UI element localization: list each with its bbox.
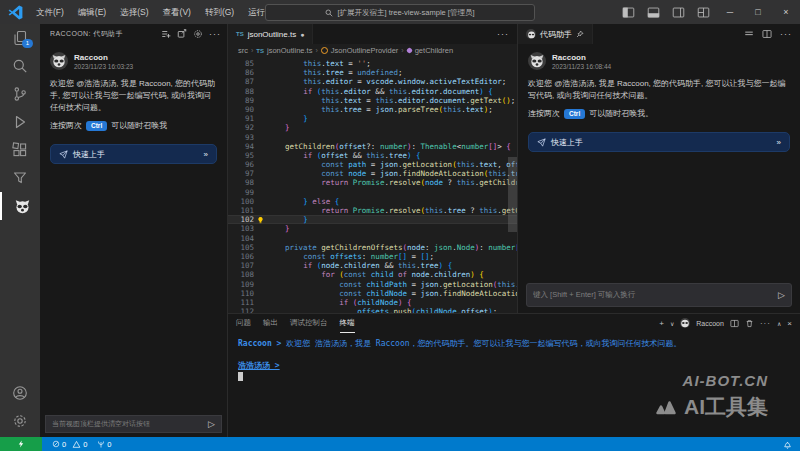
- terminal-dropdown-icon[interactable]: ∨: [670, 320, 674, 327]
- tab-code-assistant[interactable]: 代码助手: [518, 24, 593, 44]
- code-text[interactable]: return Promise.resolve(this.tree ? this.…: [267, 206, 517, 215]
- code-text[interactable]: if (offset && this.tree) {: [267, 151, 517, 160]
- code-text[interactable]: const node = json.findNodeAtLocation(thi…: [267, 169, 517, 178]
- menu-item-1[interactable]: 编辑(E): [71, 0, 113, 24]
- code-text[interactable]: this.text = '';: [267, 59, 517, 68]
- extensions-icon[interactable]: [0, 136, 40, 164]
- panel-menu-icon[interactable]: [744, 29, 754, 39]
- close-button[interactable]: ×: [772, 0, 800, 24]
- quickstart-button[interactable]: 快速上手 »: [528, 132, 790, 152]
- source-control-icon[interactable]: [0, 80, 40, 108]
- lightbulb-icon[interactable]: [254, 215, 267, 224]
- remote-indicator[interactable]: [0, 437, 42, 451]
- new-terminal-icon[interactable]: +: [659, 319, 664, 328]
- command-center[interactable]: [扩展开发宿主] tree-view-sample [管理员]: [265, 4, 535, 21]
- code-text[interactable]: [267, 188, 517, 197]
- toggle-panel-icon[interactable]: [647, 6, 660, 19]
- panel-more-actions-icon[interactable]: ···: [780, 29, 792, 39]
- gutter-decoration: [254, 298, 267, 307]
- split-terminal-icon[interactable]: [730, 319, 739, 328]
- account-icon[interactable]: [0, 379, 40, 407]
- menu-item-3[interactable]: 查看(V): [156, 0, 198, 24]
- code-text[interactable]: if (node.children && this.tree) {: [267, 261, 517, 270]
- pin-icon[interactable]: [576, 30, 584, 38]
- split-editor-icon[interactable]: [762, 29, 772, 39]
- code-text[interactable]: }: [267, 123, 517, 132]
- sidebar-chat-input[interactable]: 当前视图顶栏提供清空对话按钮 ▷: [45, 415, 222, 433]
- gutter-decoration: [254, 96, 267, 105]
- panel-more-actions-icon[interactable]: ···: [760, 319, 771, 328]
- code-text[interactable]: if (childNode) {: [267, 298, 517, 307]
- ai-toolset-logo-icon: [654, 398, 678, 416]
- search-view-icon[interactable]: [0, 52, 40, 80]
- panel-tab-终端[interactable]: 终端: [340, 314, 355, 333]
- explorer-icon[interactable]: 1: [0, 24, 40, 52]
- quickstart-button[interactable]: 快速上手 »: [50, 144, 217, 164]
- breadcrumb-item-2[interactable]: JsonOutlineProvider: [331, 46, 399, 55]
- code-text[interactable]: this.tree = undefined;: [267, 68, 517, 77]
- settings-gear-icon[interactable]: [0, 407, 40, 435]
- panel-tab-问题[interactable]: 问题: [236, 314, 251, 332]
- code-text[interactable]: }: [267, 215, 517, 224]
- editor-scrollbar[interactable]: [508, 157, 517, 232]
- code-text[interactable]: this.text = this.editor.document.getText…: [267, 96, 517, 105]
- code-text[interactable]: if (this.editor && this.editor.document)…: [267, 87, 517, 96]
- new-chat-icon[interactable]: [161, 29, 171, 39]
- edit-session-icon[interactable]: [177, 29, 187, 39]
- code-text[interactable]: const offsets: number[] = [];: [267, 252, 517, 261]
- tab-jsonoutline[interactable]: TS jsonOutline.ts ●: [228, 24, 313, 44]
- breadcrumb-item-3[interactable]: getChildren: [415, 46, 453, 55]
- toggle-sidebar-icon[interactable]: [622, 6, 635, 19]
- watermark-line1: AI-BOT.CN: [654, 372, 768, 389]
- settings-icon[interactable]: [193, 29, 203, 39]
- close-panel-icon[interactable]: ×: [787, 319, 792, 328]
- code-text[interactable]: return Promise.resolve(node ? this.getCh…: [267, 178, 517, 187]
- kill-terminal-icon[interactable]: [745, 319, 754, 328]
- panel-tab-调试控制台[interactable]: 调试控制台: [290, 314, 328, 332]
- dirty-indicator-icon[interactable]: ●: [300, 31, 304, 38]
- testing-icon[interactable]: [0, 164, 40, 192]
- code-line-95: 95 if (offset && this.tree) {: [228, 151, 517, 160]
- run-debug-icon[interactable]: [0, 108, 40, 136]
- code-text[interactable]: const path = json.getLocation(this.text,…: [267, 160, 517, 169]
- send-icon[interactable]: ▷: [208, 419, 215, 429]
- ports-indicator[interactable]: 0: [97, 440, 111, 449]
- minimize-button[interactable]: ─: [716, 0, 744, 24]
- breadcrumb-item-0[interactable]: src: [238, 46, 248, 55]
- code-line-106: 106 const offsets: number[] = [];: [228, 252, 517, 261]
- breadcrumb-item-1[interactable]: jsonOutline.ts: [267, 46, 312, 55]
- panel-tab-输出[interactable]: 输出: [263, 314, 278, 332]
- code-text[interactable]: } else {: [267, 197, 517, 206]
- problems-indicator[interactable]: 0 0: [52, 440, 87, 449]
- code-text[interactable]: [267, 234, 517, 243]
- message-timestamp: 2023/11/23 16:08:44: [552, 63, 611, 70]
- code-line-93: 93: [228, 133, 517, 142]
- explorer-badge: 1: [22, 39, 33, 48]
- code-text[interactable]: private getChildrenOffsets(node: json.No…: [267, 243, 517, 252]
- code-text[interactable]: getChildren(offset?: number): Thenable<n…: [267, 142, 517, 151]
- code-text[interactable]: [267, 133, 517, 142]
- menu-item-0[interactable]: 文件(F): [29, 0, 71, 24]
- code-text[interactable]: this.editor = vscode.window.activeTextEd…: [267, 77, 517, 86]
- code-text[interactable]: }: [267, 114, 517, 123]
- send-icon[interactable]: ▷: [778, 290, 785, 300]
- customize-layout-icon[interactable]: [697, 6, 710, 19]
- notifications-bell-icon[interactable]: [783, 440, 792, 449]
- assistant-chat-input[interactable]: 键入 [Shift + Enter] 可输入换行 ▷: [526, 283, 792, 307]
- code-text[interactable]: }: [267, 224, 517, 233]
- code-text[interactable]: const childNode = json.findNodeAtLocatio…: [267, 289, 517, 298]
- code-text[interactable]: for (const child of node.children) {: [267, 270, 517, 279]
- more-actions-icon[interactable]: ···: [209, 29, 221, 39]
- maximize-button[interactable]: □: [744, 0, 772, 24]
- code-text[interactable]: const childPath = json.getLocation(this.…: [267, 280, 517, 289]
- maximize-panel-icon[interactable]: ∧: [777, 320, 781, 327]
- toggle-secondary-sidebar-icon[interactable]: [672, 6, 685, 19]
- panel-welcome-message: Raccoon 2023/11/23 16:08:44 欢迎您 @浩浩汤汤, 我…: [518, 44, 800, 152]
- raccoon-assistant-icon[interactable]: [0, 192, 42, 220]
- menu-item-2[interactable]: 选择(S): [113, 0, 155, 24]
- code-text[interactable]: this.tree = json.parseTree(this.text);: [267, 105, 517, 114]
- terminal-profile-label[interactable]: Raccoon: [696, 320, 724, 327]
- editor-more-actions-icon[interactable]: ···: [497, 29, 517, 39]
- gutter-decoration: [254, 87, 267, 96]
- menu-item-4[interactable]: 转到(G): [198, 0, 241, 24]
